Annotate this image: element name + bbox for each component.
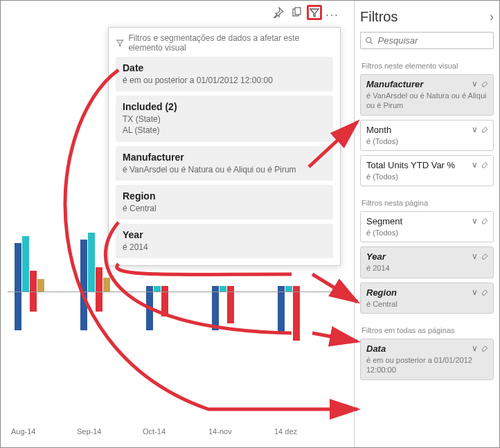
tooltip-card: Manufactureré VanArsdel ou é Natura ou é… [116, 146, 333, 181]
bar[interactable] [161, 286, 168, 292]
pin-icon[interactable] [271, 5, 286, 20]
filters-panel-title-row: Filtros › [360, 9, 494, 25]
filter-card[interactable]: Yearé 2014∨ [360, 247, 494, 278]
bar[interactable] [212, 286, 219, 292]
search-input[interactable] [378, 35, 489, 46]
filter-card[interactable]: Manufactureré VanArsdel ou é Natura ou é… [360, 74, 494, 116]
bar[interactable] [146, 286, 153, 292]
tooltip-card-title: Date [123, 62, 326, 73]
x-axis-label: 14 dez [274, 427, 297, 436]
tooltip-card: Regioné Central [116, 185, 333, 219]
eraser-icon[interactable] [481, 160, 489, 168]
bar[interactable] [285, 286, 292, 292]
x-axis-label: Oct-14 [143, 427, 166, 436]
bar[interactable] [278, 286, 285, 292]
bar[interactable] [293, 292, 300, 341]
more-options-icon[interactable]: ... [325, 5, 340, 20]
expand-icon[interactable]: › [490, 10, 494, 24]
eraser-icon[interactable] [481, 343, 489, 352]
filter-value: é em ou posterior a 01/01/2012 12:00:00 [366, 355, 488, 375]
filter-card[interactable]: Total Units YTD Var %é (Todos)∨ [360, 155, 494, 186]
filter-title: Year [366, 251, 488, 262]
filter-card-icons: ∨ [472, 125, 489, 134]
filter-value: é (Todos) [366, 136, 488, 146]
visual-action-bar: ... [271, 5, 340, 20]
bar[interactable] [154, 286, 161, 292]
chevron-down-icon[interactable]: ∨ [472, 216, 478, 226]
filter-value: é 2014 [366, 263, 488, 273]
filter-title: Segment [366, 216, 488, 226]
chevron-down-icon[interactable]: ∨ [472, 251, 478, 261]
filter-card[interactable]: Segmenté (Todos)∨ [360, 211, 494, 242]
chevron-down-icon[interactable]: ∨ [472, 287, 478, 297]
bar[interactable] [37, 279, 44, 292]
bar[interactable] [161, 292, 168, 316]
bar[interactable] [15, 243, 21, 292]
search-box[interactable] [360, 32, 494, 49]
bar[interactable] [212, 292, 219, 330]
filter-title: Month [366, 125, 488, 135]
filter-card-icons: ∨ [472, 79, 489, 89]
filter-title: Total Units YTD Var % [366, 160, 488, 170]
bar[interactable] [96, 292, 102, 312]
bar[interactable] [227, 292, 234, 323]
tooltip-card-title: Region [123, 190, 326, 201]
bar[interactable] [30, 271, 37, 292]
filter-value: é (Todos) [366, 172, 488, 181]
section-page-label: Filtros nesta página [361, 199, 492, 207]
tooltip-card-value: é Central [123, 203, 326, 214]
filter-icon[interactable] [307, 5, 322, 20]
filter-value: é Central [366, 299, 488, 309]
tooltip-card-title: Manufacturer [123, 152, 326, 163]
tooltip-header: Filtros e segmentações de dados a afetar… [116, 33, 333, 53]
bar[interactable] [96, 267, 102, 292]
filter-card[interactable]: Regioné Central∨ [360, 283, 494, 314]
tooltip-card-title: Included (2) [123, 101, 326, 112]
tooltip-card: Included (2)TX (State)AL (State) [116, 96, 333, 141]
bar[interactable] [293, 286, 300, 292]
bar[interactable] [22, 236, 29, 292]
eraser-icon[interactable] [481, 216, 489, 224]
chevron-down-icon[interactable]: ∨ [472, 343, 478, 353]
filter-card[interactable]: Monthé (Todos)∨ [360, 120, 494, 151]
bar[interactable] [146, 292, 153, 330]
bar[interactable] [220, 286, 226, 292]
eraser-icon[interactable] [481, 251, 489, 260]
filter-title: Manufacturer [366, 79, 488, 89]
filter-card[interactable]: Dataé em ou posterior a 01/01/2012 12:00… [360, 339, 494, 380]
tooltip-card-value: é em ou posterior a 01/01/2012 12:00:00 [123, 75, 326, 86]
filters-panel-title: Filtros [360, 9, 398, 25]
filter-value: é (Todos) [366, 228, 488, 238]
bar[interactable] [278, 292, 285, 334]
filter-title: Data [366, 343, 488, 354]
chevron-down-icon[interactable]: ∨ [472, 160, 478, 170]
bar[interactable] [80, 292, 87, 330]
tooltip-header-text: Filtros e segmentações de dados a afetar… [128, 33, 333, 53]
filter-card-icons: ∨ [472, 160, 489, 170]
bar[interactable] [88, 233, 95, 292]
section-all-label: Filtros em todas as páginas [361, 326, 492, 334]
x-axis-label: Aug-14 [11, 427, 35, 436]
bar[interactable] [15, 292, 21, 330]
eraser-icon[interactable] [481, 79, 489, 87]
search-icon [365, 36, 374, 46]
bar[interactable] [30, 292, 37, 312]
filters-panel: Filtros › Filtros neste elemento visual … [354, 1, 499, 447]
copy-icon[interactable] [289, 5, 304, 20]
x-axis-label: Sep-14 [77, 427, 101, 436]
eraser-icon[interactable] [481, 125, 489, 133]
svg-point-2 [366, 37, 371, 42]
eraser-icon[interactable] [481, 287, 489, 296]
tooltip-card: Yearé 2014 [116, 224, 333, 258]
bar[interactable] [80, 240, 87, 292]
tooltip-card-value: é 2014 [123, 242, 326, 253]
tooltip-card-value: é VanArsdel ou é Natura ou é Aliqui ou é… [123, 164, 326, 175]
chevron-down-icon[interactable]: ∨ [472, 79, 478, 89]
filter-value: é VanArsdel ou é Natura ou é Aliqui ou é… [366, 91, 488, 111]
chevron-down-icon[interactable]: ∨ [472, 125, 478, 134]
section-visual-label: Filtros neste elemento visual [361, 62, 492, 70]
bar[interactable] [103, 278, 110, 292]
tooltip-card: Dateé em ou posterior a 01/01/2012 12:00… [116, 57, 333, 91]
tooltip-card-title: Year [123, 229, 326, 240]
bar[interactable] [227, 286, 234, 292]
